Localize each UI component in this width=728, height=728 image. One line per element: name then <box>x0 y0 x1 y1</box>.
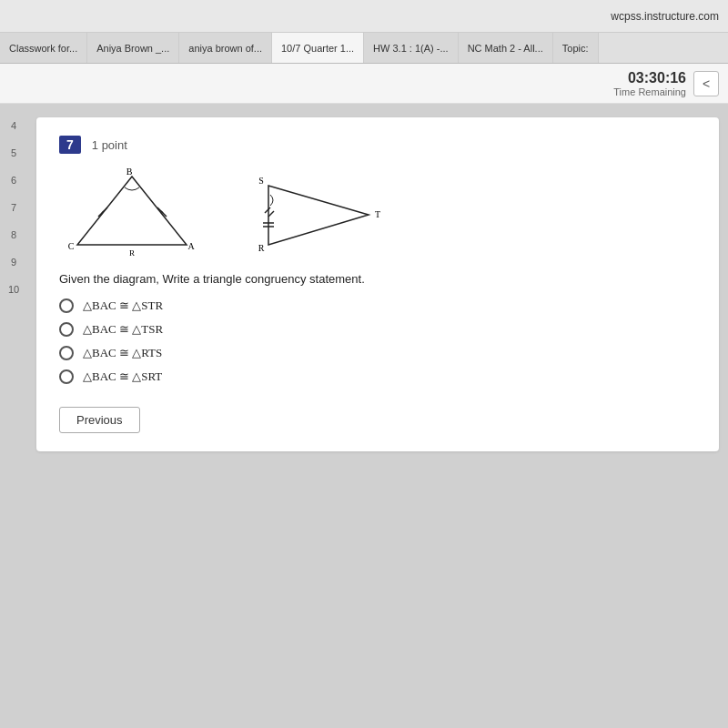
tab-aniyabrownof...[interactable]: aniya brown of... <box>179 33 272 63</box>
radio-d[interactable] <box>59 369 74 384</box>
svg-text:T: T <box>375 209 380 219</box>
sidebar-num-4: 4 <box>0 113 27 138</box>
option-a-text: △BAC ≅ △STR <box>83 298 163 313</box>
svg-line-11 <box>268 211 274 217</box>
sidebar-num-10: 10 <box>0 277 27 302</box>
timer-bar: 03:30:16 Time Remaining < <box>0 64 728 104</box>
browser-bar: wcpss.instructure.com <box>0 0 728 33</box>
radio-c[interactable] <box>59 346 74 360</box>
svg-marker-9 <box>268 186 369 245</box>
svg-text:B: B <box>126 167 133 177</box>
url-display: wcpss.instructure.com <box>611 10 719 23</box>
sidebar-num-9: 9 <box>0 249 27 275</box>
sidebar-num-6: 6 <box>0 167 27 193</box>
question-header: 7 1 point <box>59 136 696 154</box>
answer-options: △BAC ≅ △STR △BAC ≅ △TSR △BAC ≅ △RTS △BAC… <box>59 298 696 384</box>
question-sidebar: 4 5 6 7 8 9 10 <box>0 104 27 728</box>
sidebar-num-7: 7 <box>0 195 27 220</box>
option-a[interactable]: △BAC ≅ △STR <box>59 298 696 313</box>
option-d-text: △BAC ≅ △SRT <box>83 369 162 384</box>
question-number: 7 <box>59 136 81 154</box>
option-c[interactable]: △BAC ≅ △RTS <box>59 346 696 360</box>
sidebar-num-8: 8 <box>0 222 27 248</box>
main-area: 4 5 6 7 8 9 10 7 1 point <box>0 104 728 728</box>
timer-value: 03:30:16 <box>613 70 686 86</box>
svg-line-10 <box>265 207 270 213</box>
option-d[interactable]: △BAC ≅ △SRT <box>59 369 696 384</box>
radio-b[interactable] <box>59 322 74 337</box>
triangle-str-diagram: S R T <box>241 167 387 258</box>
option-b[interactable]: △BAC ≅ △TSR <box>59 322 696 337</box>
previous-button[interactable]: Previous <box>59 407 140 433</box>
sidebar-num-5: 5 <box>0 140 27 166</box>
content-area: 7 1 point <box>27 104 728 728</box>
svg-text:R: R <box>258 243 265 253</box>
diagrams-row: B C A R <box>59 167 696 258</box>
timer-label: Time Remaining <box>613 86 686 97</box>
tab-ncmath2-all...[interactable]: NC Math 2 - All... <box>459 33 553 63</box>
tabs-bar: Classwork for...Aniya Brown _...aniya br… <box>0 33 728 64</box>
tab-10/7quarter1...[interactable]: 10/7 Quarter 1... <box>272 33 364 63</box>
question-points: 1 point <box>92 138 127 152</box>
timer-display: 03:30:16 Time Remaining <box>613 70 686 97</box>
question-text: Given the diagram, Write a triangle cong… <box>59 272 696 286</box>
question-card: 7 1 point <box>36 117 719 451</box>
svg-text:S: S <box>258 176 264 186</box>
option-b-text: △BAC ≅ △TSR <box>83 322 163 337</box>
svg-text:R: R <box>129 248 135 258</box>
triangle-bac-diagram: B C A R <box>59 167 205 258</box>
tab-topic:[interactable]: Topic: <box>553 33 599 63</box>
radio-a[interactable] <box>59 298 74 313</box>
svg-text:A: A <box>187 241 195 251</box>
tab-aniyabrown_...[interactable]: Aniya Brown _... <box>87 33 179 63</box>
svg-text:C: C <box>68 241 75 251</box>
tab-hw3.1:1(a)-...[interactable]: HW 3.1 : 1(A) -... <box>364 33 459 63</box>
timer-collapse-button[interactable]: < <box>693 71 719 96</box>
tab-classworkfor...[interactable]: Classwork for... <box>0 33 87 63</box>
option-c-text: △BAC ≅ △RTS <box>83 346 162 360</box>
svg-marker-0 <box>77 177 187 245</box>
